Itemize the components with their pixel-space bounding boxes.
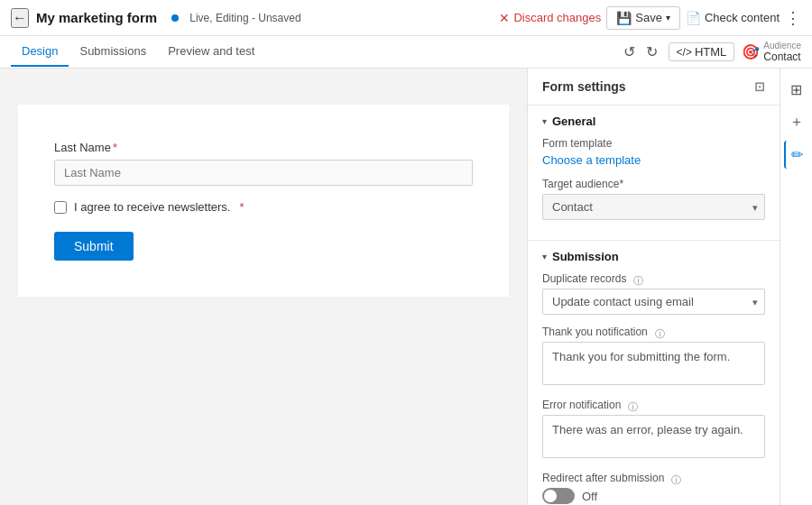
thank-you-label-row: Thank you notification ⓘ xyxy=(542,326,765,342)
submission-section: ▾ Submission Duplicate records ⓘ Update … xyxy=(528,241,780,505)
last-name-field-group: Last Name* xyxy=(54,141,473,186)
save-icon: 💾 xyxy=(616,11,632,25)
duplicate-records-group: Duplicate records ⓘ Update contact using… xyxy=(542,272,765,315)
form-template-group: Form template Choose a template xyxy=(542,137,765,167)
audience-button[interactable]: 🎯 Audience Contact xyxy=(742,41,801,63)
redirect-toggle-row: Off xyxy=(542,488,765,504)
thank-you-textarea[interactable]: Thank you for submitting the form. xyxy=(542,342,765,385)
error-info-icon[interactable]: ⓘ xyxy=(628,400,638,414)
error-notification-textarea[interactable]: There was an error, please try again. xyxy=(542,415,765,458)
navtabs-left: Design Submissions Preview and test xyxy=(11,37,620,67)
add-icon: ＋ xyxy=(789,114,804,129)
topbar-actions: ✕ Discard changes 💾 Save ▾ 📄 Check conte… xyxy=(499,6,801,30)
topbar: ← My marketing form Live, Editing - Unsa… xyxy=(0,0,812,36)
form-canvas: Last Name* I agree to receive newsletter… xyxy=(18,105,509,297)
general-section: ▾ General Form template Choose a templat… xyxy=(528,106,780,241)
general-chevron-icon: ▾ xyxy=(542,116,547,126)
layers-icon-button[interactable]: ⊞ xyxy=(785,76,807,104)
tab-submissions[interactable]: Submissions xyxy=(69,37,157,67)
navtabs: Design Submissions Preview and test ↺ ↻ … xyxy=(0,36,812,69)
edit-icon-button[interactable]: ✏ xyxy=(784,141,808,169)
back-icon: ← xyxy=(13,10,27,25)
target-audience-select-wrapper: Contact ▾ xyxy=(542,194,765,220)
ellipsis-icon: ⋮ xyxy=(785,9,801,27)
submission-chevron-icon: ▾ xyxy=(542,252,547,262)
panel-expand-icon: ⊡ xyxy=(754,79,765,94)
back-button[interactable]: ← xyxy=(11,8,29,28)
edit-icon: ✏ xyxy=(791,147,803,162)
panel-title: Form settings xyxy=(542,79,626,94)
save-button[interactable]: 💾 Save ▾ xyxy=(606,6,680,30)
audience-label: Audience xyxy=(763,41,801,50)
thank-you-group: Thank you notification ⓘ Thank you for s… xyxy=(542,326,765,388)
canvas-area: Last Name* I agree to receive newsletter… xyxy=(0,69,527,505)
audience-text-group: Audience Contact xyxy=(763,41,801,63)
duplicate-label-row: Duplicate records ⓘ xyxy=(542,272,765,289)
redo-icon: ↻ xyxy=(646,44,658,60)
general-section-header[interactable]: ▾ General xyxy=(542,115,765,128)
general-section-title: General xyxy=(552,115,595,128)
submission-section-title: Submission xyxy=(552,250,619,263)
choose-template-link[interactable]: Choose a template xyxy=(542,153,641,167)
target-audience-select[interactable]: Contact xyxy=(542,194,765,220)
form-template-label: Form template xyxy=(542,137,765,150)
side-icons-panel: ⊞ ＋ ✏ xyxy=(780,69,812,505)
error-label-row: Error notification ⓘ xyxy=(542,399,765,415)
redirect-toggle[interactable] xyxy=(542,488,575,504)
duplicate-select-wrapper: Update contact using email ▾ xyxy=(542,289,765,315)
error-notification-label: Error notification xyxy=(542,399,621,411)
navtabs-right: ↺ ↻ </> HTML 🎯 Audience Contact xyxy=(620,41,801,63)
status-dot xyxy=(171,14,179,22)
newsletter-checkbox-row: I agree to receive newsletters. * xyxy=(54,200,473,214)
html-label: HTML xyxy=(695,45,726,59)
discard-button[interactable]: ✕ Discard changes xyxy=(499,11,601,25)
thank-you-label: Thank you notification xyxy=(542,326,648,338)
main-layout: Last Name* I agree to receive newsletter… xyxy=(0,69,812,505)
tab-design[interactable]: Design xyxy=(11,37,69,67)
redirect-label-row: Redirect after submission ⓘ xyxy=(542,472,765,488)
page-title: My marketing form xyxy=(36,10,157,25)
duplicate-records-label: Duplicate records xyxy=(542,272,626,285)
audience-sub: Contact xyxy=(763,50,801,63)
checkbox-required-star: * xyxy=(239,200,244,214)
discard-icon: ✕ xyxy=(499,11,510,25)
save-label: Save xyxy=(635,11,662,24)
panel-header: Form settings ⊡ xyxy=(528,69,780,106)
tab-preview[interactable]: Preview and test xyxy=(157,37,265,67)
discard-label: Discard changes xyxy=(513,11,601,24)
save-chevron-icon: ▾ xyxy=(666,13,670,23)
duplicate-info-icon[interactable]: ⓘ xyxy=(633,274,643,288)
redirect-toggle-label: Off xyxy=(582,490,597,503)
submit-button-wrapper: Submit xyxy=(54,214,473,261)
html-code-icon: </> xyxy=(677,46,692,59)
redirect-info-icon[interactable]: ⓘ xyxy=(671,473,681,487)
target-audience-label: Target audience* xyxy=(542,178,623,190)
submit-button[interactable]: Submit xyxy=(54,232,134,261)
check-content-button[interactable]: 📄 Check content xyxy=(686,11,780,25)
toggle-knob xyxy=(544,490,557,502)
topbar-left: ← My marketing form Live, Editing - Unsa… xyxy=(11,8,490,28)
audience-icon: 🎯 xyxy=(742,43,760,60)
undo-button[interactable]: ↺ xyxy=(620,41,639,62)
redirect-label: Redirect after submission xyxy=(542,472,664,484)
thank-you-info-icon[interactable]: ⓘ xyxy=(655,327,665,341)
more-options-button[interactable]: ⋮ xyxy=(785,10,801,26)
target-audience-label-row: Target audience* xyxy=(542,178,765,194)
undo-redo-group: ↺ ↻ xyxy=(620,41,661,62)
duplicate-records-select[interactable]: Update contact using email xyxy=(542,289,765,315)
redirect-group: Redirect after submission ⓘ Off xyxy=(542,472,765,504)
check-icon: 📄 xyxy=(686,11,701,25)
submission-section-header[interactable]: ▾ Submission xyxy=(542,250,765,263)
layers-icon: ⊞ xyxy=(790,82,802,97)
add-icon-button[interactable]: ＋ xyxy=(784,107,809,137)
error-notification-group: Error notification ⓘ There was an error,… xyxy=(542,399,765,461)
newsletter-checkbox[interactable] xyxy=(54,201,67,214)
html-button[interactable]: </> HTML xyxy=(669,42,735,61)
required-star: * xyxy=(113,141,117,154)
status-text: Live, Editing - Unsaved xyxy=(189,12,300,24)
last-name-label: Last Name* xyxy=(54,141,473,154)
check-label: Check content xyxy=(705,11,780,24)
last-name-input[interactable] xyxy=(54,160,473,186)
undo-icon: ↺ xyxy=(623,44,635,60)
redo-button[interactable]: ↻ xyxy=(642,41,661,62)
